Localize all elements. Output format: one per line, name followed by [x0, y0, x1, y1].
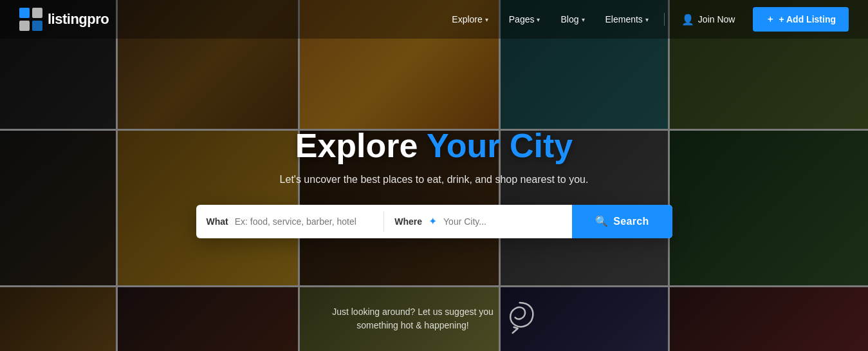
join-now-button[interactable]: 👤 Join Now [671, 8, 746, 31]
user-icon: 👤 [681, 14, 694, 26]
logo[interactable]: listingpro [19, 8, 109, 31]
chevron-down-icon: ▾ [645, 16, 649, 23]
what-input[interactable] [235, 205, 374, 238]
chevron-down-icon: ▾ [537, 16, 540, 23]
nav-item-pages[interactable]: Pages ▾ [500, 9, 549, 30]
hint-text: Just looking around? Let us suggest yous… [332, 305, 494, 332]
hero-section: listingpro Explore ▾ Pages ▾ Blog ▾ Elem… [0, 0, 868, 351]
chevron-down-icon: ▾ [582, 16, 585, 23]
svg-rect-0 [19, 8, 30, 18]
nav-links: Explore ▾ Pages ▾ Blog ▾ Elements ▾ 👤 Jo… [443, 7, 849, 32]
svg-rect-1 [32, 8, 42, 18]
search-bar: What Where ✦ 🔍 Search [196, 205, 672, 238]
what-label: What [207, 216, 228, 227]
hero-title: Explore Your City [295, 126, 573, 165]
location-icon: ✦ [429, 215, 437, 227]
svg-rect-2 [19, 21, 30, 31]
nav-item-explore[interactable]: Explore ▾ [443, 9, 497, 30]
nav-item-elements[interactable]: Elements ▾ [596, 9, 658, 30]
where-input[interactable] [443, 205, 562, 238]
swirl-icon [504, 299, 536, 338]
add-listing-button[interactable]: ＋ + Add Listing [753, 7, 849, 32]
plus-icon: ＋ [766, 14, 775, 25]
search-where-section: Where ✦ [384, 205, 572, 238]
logo-text: listingpro [48, 11, 109, 28]
hero-hint: Just looking around? Let us suggest yous… [332, 299, 536, 338]
search-what-section: What [196, 205, 384, 238]
navbar: listingpro Explore ▾ Pages ▾ Blog ▾ Elem… [0, 0, 868, 39]
nav-divider [664, 13, 665, 26]
hero-content: Explore Your City Let's uncover the best… [0, 0, 868, 351]
search-button[interactable]: 🔍 Search [572, 205, 672, 238]
where-label: Where [394, 216, 422, 227]
hero-subtitle: Let's uncover the best places to eat, dr… [280, 174, 589, 185]
svg-rect-3 [32, 21, 42, 31]
nav-item-blog[interactable]: Blog ▾ [551, 9, 593, 30]
search-icon: 🔍 [595, 215, 608, 227]
chevron-down-icon: ▾ [485, 16, 488, 23]
